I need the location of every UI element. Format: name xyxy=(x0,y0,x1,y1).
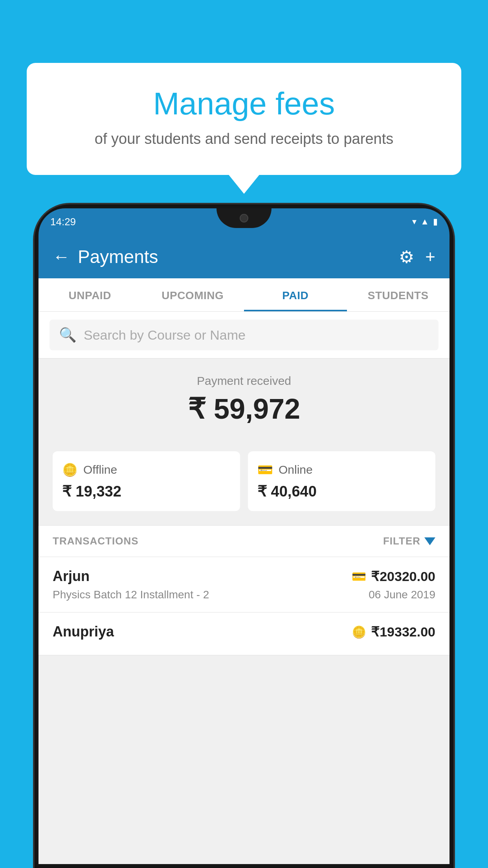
search-box[interactable]: 🔍 Search by Course or Name xyxy=(50,320,438,350)
tooltip-subtitle: of your students and send receipts to pa… xyxy=(50,131,438,147)
settings-icon[interactable]: ⚙ xyxy=(399,247,414,267)
transactions-header: TRANSACTIONS FILTER xyxy=(39,525,449,557)
tab-paid[interactable]: PAID xyxy=(244,278,347,311)
offline-icon: 🪙 xyxy=(62,462,78,477)
transaction-name: Anupriya xyxy=(53,623,114,640)
wifi-icon: ▾ xyxy=(412,217,416,227)
transaction-course: Physics Batch 12 Installment - 2 xyxy=(53,588,209,601)
status-icons: ▾ ▲ ▮ xyxy=(412,217,438,227)
phone-screen: ← Payments ⚙ + UNPAID UPCOMING PAID xyxy=(39,235,449,864)
battery-icon: ▮ xyxy=(433,217,438,227)
app-header: ← Payments ⚙ + xyxy=(39,235,449,278)
payment-received-label: Payment received xyxy=(53,374,435,388)
tooltip-card: Manage fees of your students and send re… xyxy=(27,63,461,175)
tab-upcoming[interactable]: UPCOMING xyxy=(141,278,244,311)
tabs-bar: UNPAID UPCOMING PAID STUDENTS xyxy=(39,278,449,312)
online-icon: 💳 xyxy=(257,462,273,477)
phone-frame: 14:29 ▾ ▲ ▮ ← Payments ⚙ + xyxy=(35,204,453,868)
status-bar: 14:29 ▾ ▲ ▮ xyxy=(39,208,449,235)
tab-unpaid[interactable]: UNPAID xyxy=(39,278,141,311)
search-icon: 🔍 xyxy=(59,327,77,343)
payment-cards: 🪙 Offline ₹ 19,332 💳 Online ₹ 40,640 xyxy=(39,451,449,525)
search-container: 🔍 Search by Course or Name xyxy=(39,312,449,359)
filter-icon xyxy=(424,537,435,545)
camera-dot xyxy=(240,214,248,223)
card-icon: 💳 xyxy=(352,570,366,583)
search-placeholder: Search by Course or Name xyxy=(84,327,246,343)
transactions-label: TRANSACTIONS xyxy=(53,535,139,547)
payment-total-amount: ₹ 59,972 xyxy=(53,392,435,425)
status-time: 14:29 xyxy=(50,216,76,228)
offline-card: 🪙 Offline ₹ 19,332 xyxy=(53,451,240,511)
transaction-amount: ₹19332.00 xyxy=(371,624,435,640)
table-row[interactable]: Arjun 💳 ₹20320.00 Physics Batch 12 Insta… xyxy=(39,557,449,612)
phone-notch xyxy=(216,208,272,228)
filter-label: FILTER xyxy=(383,535,420,547)
transaction-name: Arjun xyxy=(53,568,90,585)
add-button[interactable]: + xyxy=(425,247,435,267)
filter-button[interactable]: FILTER xyxy=(383,535,435,547)
page-title: Payments xyxy=(78,246,158,267)
offline-amount: ₹ 19,332 xyxy=(62,483,231,500)
transaction-date: 06 June 2019 xyxy=(369,588,435,601)
transaction-amount: ₹20320.00 xyxy=(371,568,435,584)
signal-icon: ▲ xyxy=(420,217,429,227)
tab-students[interactable]: STUDENTS xyxy=(347,278,450,311)
offline-label: Offline xyxy=(83,463,117,476)
online-card: 💳 Online ₹ 40,640 xyxy=(248,451,435,511)
online-amount: ₹ 40,640 xyxy=(257,483,426,500)
payment-summary: Payment received ₹ 59,972 xyxy=(39,359,449,451)
rupee-icon: 🪙 xyxy=(352,625,366,639)
table-row[interactable]: Anupriya 🪙 ₹19332.00 xyxy=(39,612,449,655)
online-label: Online xyxy=(279,463,313,476)
back-button[interactable]: ← xyxy=(53,248,70,265)
tooltip-title: Manage fees xyxy=(50,86,438,121)
